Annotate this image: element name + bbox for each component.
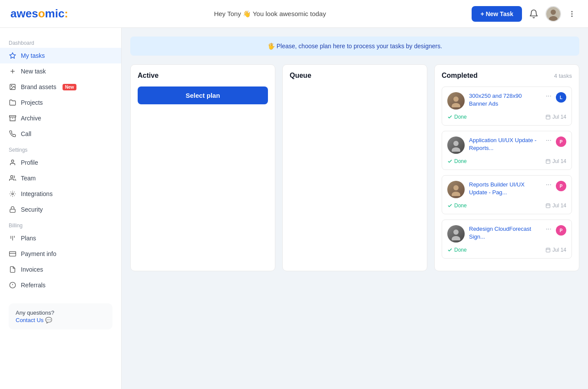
svg-point-4 (571, 13, 573, 14)
notice-banner: 🖐 Please, choose plan here to process yo… (130, 37, 579, 56)
task-item: Reports Builder UI/UX Update - Pag... ··… (442, 175, 572, 214)
task-title-2[interactable]: Application UI/UX Update - Reports... (469, 136, 542, 152)
settings-section-label: Settings (0, 142, 121, 155)
svg-point-47 (453, 229, 459, 235)
completed-column: Completed 4 tasks 300x250 and 728x90 Ban… (434, 64, 579, 271)
integrations-icon (9, 190, 17, 198)
task-avatar (447, 136, 465, 154)
svg-rect-24 (10, 252, 16, 256)
svg-point-13 (11, 160, 13, 162)
completed-column-title: Completed (442, 72, 478, 80)
sidebar-item-label: Invoices (21, 266, 43, 273)
sidebar-item-payment-info[interactable]: Payment info (0, 246, 121, 262)
main-content: 🖐 Please, choose plan here to process yo… (122, 28, 588, 389)
svg-rect-37 (546, 160, 550, 163)
sidebar-item-profile[interactable]: Profile (0, 155, 121, 170)
task-more-4[interactable]: ··· (546, 225, 552, 233)
task-date-3: Jul 14 (545, 203, 566, 209)
any-questions-title: Any questions? (16, 309, 106, 316)
task-date-2: Jul 14 (545, 158, 566, 164)
task-avatar (447, 225, 465, 243)
sidebar-item-label: Payment info (21, 250, 56, 257)
sidebar-item-archive[interactable]: Archive (0, 110, 121, 126)
more-menu-button[interactable] (566, 8, 578, 20)
svg-point-10 (11, 86, 12, 86)
sidebar-item-label: Call (21, 130, 31, 137)
sidebar-item-label: Security (21, 206, 43, 213)
task-status-4: Done (447, 247, 467, 253)
brand-assets-icon (9, 83, 17, 91)
task-assignee-4: P (556, 225, 566, 236)
sidebar-item-security[interactable]: Security (0, 202, 121, 217)
sidebar-item-label: Team (21, 175, 36, 182)
call-icon (9, 130, 17, 138)
referrals-icon (9, 281, 17, 289)
star-icon (9, 52, 17, 60)
task-item: Application UI/UX Update - Reports... ··… (442, 131, 572, 170)
greeting: Hey Tony 👋 You look awesomic today (214, 10, 326, 18)
sidebar-item-integrations[interactable]: Integrations (0, 186, 121, 202)
svg-marker-6 (10, 53, 15, 58)
sidebar-item-my-tasks[interactable]: My tasks (0, 48, 121, 63)
sidebar-item-label: Referrals (21, 282, 46, 289)
task-title-3[interactable]: Reports Builder UI/UX Update - Pag... (469, 181, 542, 196)
task-columns: Active Select plan Queue Completed 4 tas… (130, 64, 579, 271)
svg-point-15 (12, 193, 13, 195)
task-title-4[interactable]: Redesign CloudForecast Sign... (469, 225, 542, 241)
task-more-1[interactable]: ··· (546, 92, 552, 100)
sidebar-item-referrals[interactable]: Referrals (0, 277, 121, 293)
any-questions-box: Any questions? Contact Us 💬 (9, 303, 112, 329)
contact-us-link[interactable]: Contact Us 💬 (16, 317, 106, 323)
task-title-1[interactable]: 300x250 and 728x90 Banner Ads (469, 92, 542, 108)
new-badge: New (63, 84, 77, 90)
svg-point-5 (571, 15, 573, 17)
plus-icon (9, 67, 17, 75)
completed-column-header: Completed 4 tasks (442, 72, 572, 80)
task-more-3[interactable]: ··· (546, 181, 552, 189)
sidebar-item-team[interactable]: Team (0, 170, 121, 186)
completed-task-count: 4 tasks (554, 73, 572, 79)
sidebar-item-label: Brand assets (21, 83, 56, 90)
select-plan-button[interactable]: Select plan (138, 86, 268, 104)
team-icon (9, 174, 17, 182)
svg-rect-20 (10, 209, 15, 212)
task-status-2: Done (447, 158, 467, 164)
svg-point-36 (452, 147, 460, 152)
svg-point-41 (453, 185, 459, 190)
task-assignee-1: L (556, 92, 566, 103)
sidebar-item-projects[interactable]: Projects (0, 95, 121, 110)
projects-icon (9, 99, 17, 106)
queue-column-header: Queue (290, 72, 420, 80)
task-avatar (447, 92, 465, 110)
sidebar-item-plans[interactable]: Plans (0, 230, 121, 246)
sidebar-item-label: Archive (21, 115, 41, 122)
sidebar-item-brand-assets[interactable]: Brand assets New (0, 79, 121, 95)
svg-point-48 (452, 236, 460, 240)
notifications-button[interactable] (527, 7, 540, 20)
credit-card-icon (9, 250, 17, 258)
sidebar: Dashboard My tasks New task Brand assets… (0, 28, 122, 389)
new-task-button[interactable]: + New Task (472, 6, 522, 22)
active-column-header: Active (138, 72, 268, 80)
task-more-2[interactable]: ··· (546, 136, 552, 144)
topnav-right: + New Task (472, 6, 578, 22)
task-date-1: Jul 14 (545, 114, 566, 120)
task-item: Redesign CloudForecast Sign... ··· P Don… (442, 219, 572, 259)
app-body: Dashboard My tasks New task Brand assets… (0, 28, 588, 389)
svg-rect-31 (546, 115, 550, 119)
avatar[interactable] (545, 6, 561, 22)
task-status-3: Done (447, 203, 467, 209)
svg-rect-43 (546, 204, 550, 208)
task-assignee-3: P (556, 181, 566, 191)
sidebar-bottom: Any questions? Contact Us 💬 (0, 296, 121, 336)
plans-icon (9, 234, 17, 242)
sidebar-item-call[interactable]: Call (0, 126, 121, 142)
svg-point-30 (452, 103, 460, 107)
sidebar-item-invoices[interactable]: Invoices (0, 262, 121, 277)
active-column: Active Select plan (130, 64, 275, 271)
more-vertical-icon (568, 10, 576, 18)
sidebar-item-new-task[interactable]: New task (0, 63, 121, 79)
user-avatar-icon (546, 7, 560, 21)
invoices-icon (9, 266, 17, 273)
task-item: 300x250 and 728x90 Banner Ads ··· L Done… (442, 86, 572, 126)
